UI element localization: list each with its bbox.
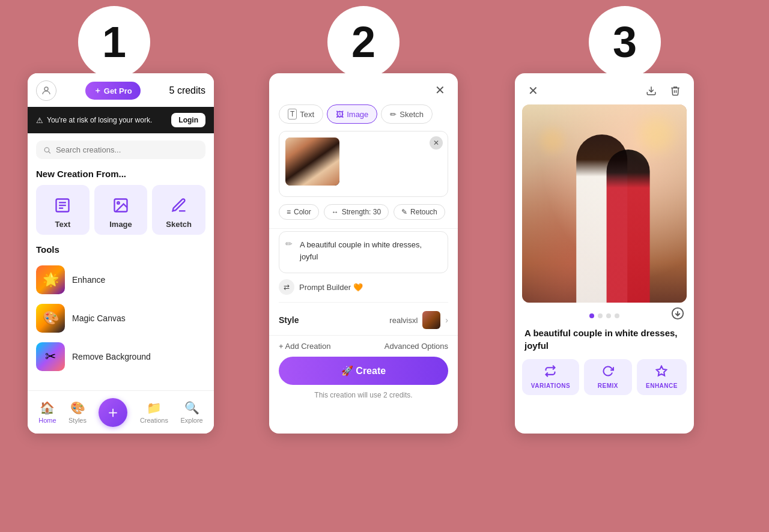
tool-enhance[interactable]: 🌟 Enhance [28, 261, 214, 299]
home-nav-label: Home [38, 417, 56, 424]
screen-1: ＋ Get Pro 5 credits ⚠ You're at risk of … [28, 73, 214, 434]
search-bar[interactable] [36, 141, 205, 159]
bottom-actions-row: + Add Creation Advanced Options [269, 335, 458, 357]
dot-2[interactable] [598, 313, 603, 318]
warning-bar: ⚠ You're at risk of losing your work. Lo… [28, 107, 214, 133]
variations-button[interactable]: VARIATIONS [522, 359, 579, 395]
creation-option-text[interactable]: Text [36, 185, 90, 235]
image-tab-label: Image [347, 110, 368, 119]
style-thumbnail [422, 311, 440, 329]
chip-strength[interactable]: ↔ Strength: 30 [324, 204, 389, 220]
warning-text-container: ⚠ You're at risk of losing your work. [36, 116, 152, 125]
screen1-header: ＋ Get Pro 5 credits [28, 73, 214, 107]
sketch-creation-label: Sketch [166, 220, 192, 229]
divider-2 [279, 302, 448, 303]
search-input[interactable] [56, 145, 198, 154]
close-button[interactable]: ✕ [431, 82, 448, 98]
remove-bg-label: Remove Background [72, 352, 151, 361]
enhance-button[interactable]: ENHANCE [637, 359, 687, 395]
sketch-tab-label: Sketch [400, 110, 424, 119]
options-chips: ≡ Color ↔ Strength: 30 ✎ Retouch [269, 204, 458, 226]
chip-retouch[interactable]: ✎ Retouch [394, 204, 445, 220]
creations-nav-label: Creations [140, 417, 168, 424]
step-1-label: 1 [102, 17, 126, 67]
advanced-options-button[interactable]: Advanced Options [384, 342, 448, 351]
save-to-device-button[interactable] [642, 82, 660, 100]
tool-remove-background[interactable]: ✂ Remove Background [28, 337, 214, 376]
advanced-label: Advanced Options [384, 342, 448, 351]
text-creation-icon [52, 195, 73, 216]
dot-4[interactable] [615, 313, 619, 318]
tab-sketch[interactable]: ✏ Sketch [381, 104, 433, 124]
text-tab-icon: T [288, 109, 297, 119]
screen3-close-button[interactable]: ✕ [524, 82, 541, 99]
add-creation-label: + Add Creation [279, 342, 330, 351]
result-image-container [522, 104, 687, 303]
tab-text[interactable]: T Text [279, 104, 323, 124]
credits-info: This creation will use 2 credits. [269, 391, 458, 405]
color-chip-label: Color [294, 208, 311, 216]
image-creation-label: Image [109, 220, 132, 229]
dot-1[interactable] [589, 313, 594, 318]
step-3-label: 3 [613, 17, 637, 67]
tool-magic-canvas[interactable]: 🎨 Magic Canvas [28, 299, 214, 337]
chip-color[interactable]: ≡ Color [279, 204, 319, 220]
login-button[interactable]: Login [171, 113, 205, 127]
enhance-label: ENHANCE [646, 382, 678, 389]
warning-icon: ⚠ [36, 116, 43, 125]
tools-title: Tools [28, 244, 214, 261]
get-pro-button[interactable]: ＋ Get Pro [85, 82, 141, 100]
magic-canvas-thumbnail: 🎨 [36, 304, 65, 333]
style-selector[interactable]: Style realvisxl › [269, 305, 458, 335]
dot-3[interactable] [606, 313, 611, 318]
create-button[interactable]: 🚀 Create [279, 357, 448, 385]
prompt-area[interactable]: ✏ A beautiful couple in white dresses, j… [279, 231, 448, 273]
creation-option-sketch[interactable]: Sketch [152, 185, 205, 235]
style-name: realvisxl [389, 316, 418, 325]
chevron-right-icon: › [445, 315, 448, 325]
creation-option-image[interactable]: Image [94, 185, 148, 235]
remix-label: REMIX [598, 382, 618, 389]
svg-point-1 [44, 147, 49, 152]
image-remove-button[interactable]: ✕ [430, 136, 443, 150]
image-upload-area[interactable]: ✕ [279, 131, 448, 197]
step-number-3: 3 [589, 6, 661, 78]
creations-icon: 📁 [147, 401, 162, 415]
user-avatar[interactable] [36, 80, 56, 101]
nav-explore[interactable]: 🔍 Explore [180, 401, 202, 424]
retouch-chip-label: Retouch [410, 208, 437, 216]
sketch-tab-icon: ✏ [390, 110, 397, 119]
delete-button[interactable] [666, 82, 684, 100]
prompt-builder-button[interactable]: ⇄ Prompt Builder 🧡 [279, 279, 448, 295]
warning-message: You're at risk of losing your work. [47, 116, 152, 124]
prompt-builder-label: Prompt Builder 🧡 [299, 283, 363, 292]
bottom-navigation: 🏠 Home 🎨 Styles ＋ 📁 Creations 🔍 Explore [28, 390, 214, 434]
enhance-thumbnail: 🌟 [36, 265, 65, 294]
svg-line-2 [49, 151, 50, 153]
style-label: Style [279, 315, 299, 325]
step-2-label: 2 [351, 17, 375, 67]
explore-icon: 🔍 [184, 401, 199, 415]
explore-nav-label: Explore [180, 417, 202, 424]
styles-icon: 🎨 [70, 401, 85, 415]
text-tab-label: Text [300, 110, 314, 119]
enhance-icon [655, 365, 667, 380]
nav-creations[interactable]: 📁 Creations [140, 401, 168, 424]
home-icon: 🏠 [40, 401, 55, 415]
download-button[interactable] [671, 307, 684, 322]
nav-add-button[interactable]: ＋ [99, 398, 127, 427]
nav-home[interactable]: 🏠 Home [38, 401, 56, 424]
tab-image[interactable]: 🖼 Image [327, 104, 377, 124]
prompt-text: A beautiful couple in white dresses, joy… [288, 239, 439, 262]
strength-chip-icon: ↔ [332, 208, 339, 216]
variations-label: VARIATIONS [531, 382, 570, 389]
nav-styles[interactable]: 🎨 Styles [68, 401, 87, 424]
remix-icon [602, 365, 614, 380]
screen-2: ✕ T Text 🖼 Image ✏ Sketch ✕ ≡ Color ↔ St… [269, 73, 458, 434]
screen3-header: ✕ [515, 73, 694, 104]
add-creation-button[interactable]: + Add Creation [279, 342, 330, 351]
svg-point-8 [117, 202, 120, 204]
styles-nav-label: Styles [68, 417, 87, 424]
remix-button[interactable]: REMIX [584, 359, 632, 395]
text-creation-label: Text [55, 220, 70, 229]
